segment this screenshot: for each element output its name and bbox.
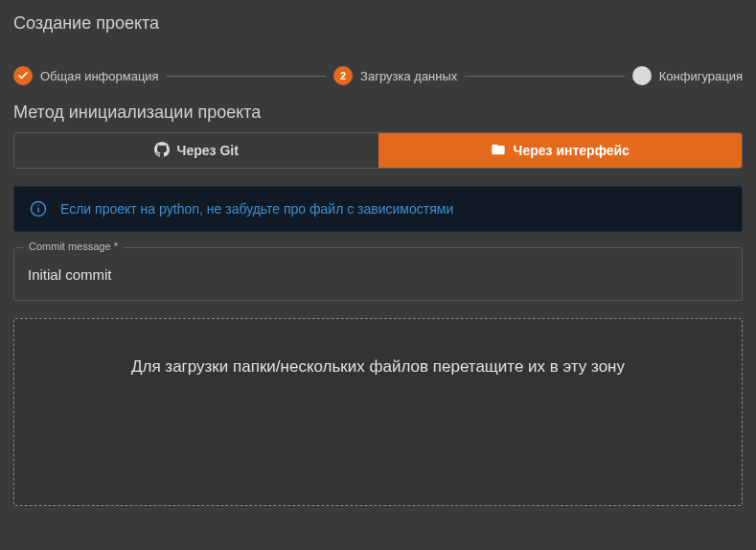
step-general-info[interactable]: Общая информация xyxy=(13,66,159,85)
step-number-icon: 2 xyxy=(333,66,353,85)
step-connector xyxy=(167,76,326,77)
toggle-label: Через Git xyxy=(177,143,239,158)
init-via-git-button[interactable]: Через Git xyxy=(14,133,378,168)
step-connector xyxy=(465,76,624,77)
init-method-toggle: Через Git Через интерфейс xyxy=(13,132,743,169)
step-configuration[interactable]: Конфигурация xyxy=(632,66,743,85)
commit-message-label: Commit message * xyxy=(24,241,123,252)
toggle-label: Через интерфейс xyxy=(514,143,630,158)
file-dropzone[interactable]: Для загрузки папки/нескольких файлов пер… xyxy=(13,318,743,506)
alert-text: Если проект на python, не забудьте про ф… xyxy=(60,201,453,217)
python-deps-alert: Если проект на python, не забудьте про ф… xyxy=(13,186,743,232)
init-method-title: Метод инициализации проекта xyxy=(13,103,743,123)
folder-icon xyxy=(491,142,506,160)
info-icon xyxy=(30,200,47,218)
svg-point-2 xyxy=(37,205,39,207)
step-label: Конфигурация xyxy=(659,69,743,83)
commit-message-field-wrapper: Commit message * xyxy=(13,247,743,301)
step-label: Общая информация xyxy=(40,69,159,83)
commit-message-input[interactable] xyxy=(28,266,728,283)
github-icon xyxy=(154,142,170,160)
stepper: Общая информация 2 Загрузка данных Конфи… xyxy=(13,66,743,85)
check-icon xyxy=(13,66,33,85)
step-pending-icon xyxy=(632,66,652,85)
dropzone-text: Для загрузки папки/нескольких файлов пер… xyxy=(131,357,625,377)
step-label: Загрузка данных xyxy=(360,69,457,83)
page-title: Создание проекта xyxy=(13,13,743,34)
init-via-ui-button[interactable]: Через интерфейс xyxy=(378,133,743,168)
step-data-load[interactable]: 2 Загрузка данных xyxy=(333,66,457,85)
